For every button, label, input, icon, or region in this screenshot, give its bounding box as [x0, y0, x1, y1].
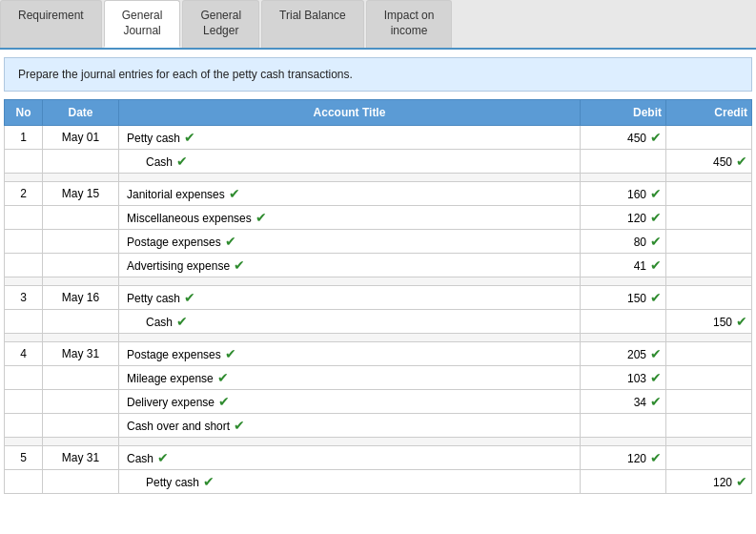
cell-account: Janitorial expenses✔: [119, 182, 581, 206]
cell-date: [43, 206, 119, 230]
cell-date: May 31: [43, 446, 119, 470]
cell-date: [43, 470, 119, 494]
table-row: 2May 15Janitorial expenses✔160✔: [5, 182, 752, 206]
cell-no: [5, 254, 43, 277]
check-icon: ✔: [650, 186, 662, 201]
cell-account: Cash✔: [119, 446, 581, 470]
check-icon: ✔: [650, 234, 662, 249]
cell-account: Petty cash✔: [119, 126, 581, 150]
cell-no: 2: [5, 182, 43, 206]
cell-no: [5, 366, 43, 390]
cell-date: May 16: [43, 286, 119, 310]
table-row: Delivery expense✔34✔: [5, 390, 752, 414]
cell-account: Petty cash✔: [119, 470, 581, 494]
check-icon: ✔: [203, 474, 215, 489]
cell-date: [43, 150, 119, 174]
cell-credit: 120✔: [666, 470, 752, 494]
cell-debit: 80✔: [581, 230, 666, 254]
cell-date: [43, 230, 119, 254]
spacer-row: [5, 277, 752, 286]
cell-debit: 450✔: [581, 126, 666, 150]
cell-date: [43, 390, 119, 414]
cell-debit: 103✔: [581, 366, 666, 390]
cell-account: Mileage expense✔: [119, 366, 581, 390]
cell-date: [43, 414, 119, 438]
check-icon: ✔: [650, 210, 662, 225]
check-icon: ✔: [650, 290, 662, 305]
cell-date: [43, 366, 119, 390]
tab-impact-on-income[interactable]: Impact onincome: [366, 0, 453, 48]
table-row: Miscellaneous expenses✔120✔: [5, 206, 752, 230]
table-row: Mileage expense✔103✔: [5, 366, 752, 390]
cell-account: Postage expenses✔: [119, 230, 581, 254]
check-icon: ✔: [234, 257, 245, 273]
table-row: 1May 01Petty cash✔450✔: [5, 126, 752, 150]
header-no: No: [5, 100, 43, 126]
cell-account: Miscellaneous expenses✔: [119, 206, 581, 230]
cell-debit: [581, 470, 666, 494]
spacer-row: [5, 174, 752, 182]
check-icon: ✔: [736, 154, 747, 169]
check-icon: ✔: [650, 450, 662, 465]
check-icon: ✔: [217, 370, 229, 385]
table-row: 3May 16Petty cash✔150✔: [5, 286, 752, 310]
cell-date: [43, 254, 119, 277]
cell-credit: [666, 414, 752, 438]
check-icon: ✔: [229, 186, 240, 201]
journal-table-container: No Date Account Title Debit Credit 1May …: [4, 99, 752, 494]
cell-no: 3: [5, 286, 43, 310]
cell-credit: [666, 342, 752, 366]
tabs-container: Requirement GeneralJournal GeneralLedger…: [0, 0, 756, 50]
cell-account: Cash over and short✔: [119, 414, 581, 438]
tab-trial-balance[interactable]: Trial Balance: [261, 0, 364, 48]
check-icon: ✔: [225, 346, 236, 361]
cell-credit: [666, 206, 752, 230]
table-row: Advertising expense✔41✔: [5, 254, 752, 277]
cell-credit: [666, 390, 752, 414]
cell-account: Petty cash✔: [119, 286, 581, 310]
spacer-row: [5, 334, 752, 342]
check-icon: ✔: [650, 257, 662, 273]
cell-debit: 120✔: [581, 206, 666, 230]
table-row: Petty cash✔120✔: [5, 470, 752, 494]
cell-credit: [666, 182, 752, 206]
tab-general-ledger[interactable]: GeneralLedger: [182, 0, 259, 48]
table-row: 4May 31Postage expenses✔205✔: [5, 342, 752, 366]
check-icon: ✔: [225, 234, 236, 249]
cell-date: May 15: [43, 182, 119, 206]
cell-credit: [666, 254, 752, 277]
check-icon: ✔: [218, 394, 230, 409]
cell-debit: 205✔: [581, 342, 666, 366]
tab-general-journal[interactable]: GeneralJournal: [104, 0, 181, 48]
table-row: Cash✔150✔: [5, 310, 752, 334]
cell-debit: 120✔: [581, 446, 666, 470]
check-icon: ✔: [650, 346, 662, 361]
cell-account: Delivery expense✔: [119, 390, 581, 414]
table-row: Cash over and short✔: [5, 414, 752, 438]
cell-account: Cash✔: [119, 310, 581, 334]
table-row: Postage expenses✔80✔: [5, 230, 752, 254]
check-icon: ✔: [234, 418, 245, 433]
check-icon: ✔: [736, 314, 747, 329]
cell-date: [43, 310, 119, 334]
cell-no: 1: [5, 126, 43, 150]
tab-requirement[interactable]: Requirement: [0, 0, 102, 48]
cell-date: May 31: [43, 342, 119, 366]
check-icon: ✔: [176, 154, 188, 169]
check-icon: ✔: [650, 130, 662, 145]
cell-debit: 150✔: [581, 286, 666, 310]
cell-no: [5, 470, 43, 494]
cell-debit: 34✔: [581, 390, 666, 414]
header-credit: Credit: [666, 100, 752, 126]
cell-no: [5, 310, 43, 334]
cell-credit: [666, 446, 752, 470]
cell-no: [5, 230, 43, 254]
cell-credit: [666, 286, 752, 310]
header-debit: Debit: [581, 100, 666, 126]
check-icon: ✔: [184, 290, 195, 305]
cell-no: 4: [5, 342, 43, 366]
cell-account: Advertising expense✔: [119, 254, 581, 277]
cell-account: Cash✔: [119, 150, 581, 174]
cell-credit: 150✔: [666, 310, 752, 334]
cell-debit: [581, 310, 666, 334]
